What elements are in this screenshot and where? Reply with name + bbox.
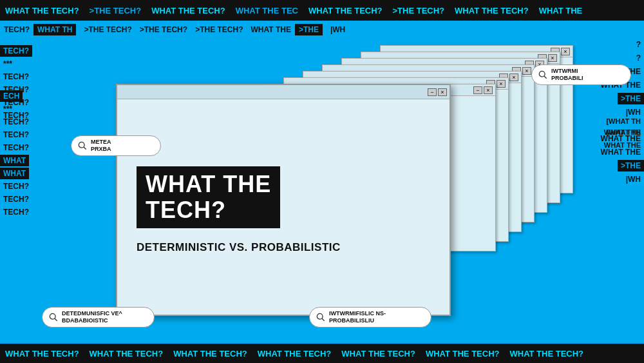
bg-r1-4: >THE TECH? bbox=[136, 25, 191, 34]
show-title-box: WHAT THE TECH? bbox=[137, 166, 280, 228]
bg-top-text-1: WHAT THE TECH? bbox=[0, 6, 84, 15]
svg-line-7 bbox=[322, 319, 324, 320]
close-button[interactable]: × bbox=[438, 88, 447, 96]
bg-right-5: >THE bbox=[618, 93, 644, 104]
search-top-right-l2: PROBABILI bbox=[551, 75, 583, 82]
bg-top-text-2: >THE TECH? bbox=[84, 6, 147, 15]
win-btn-close-8[interactable]: × bbox=[561, 48, 570, 55]
bg-left-b9: TECH? bbox=[0, 193, 71, 205]
search-bar-top-right[interactable]: IWTWRMI PROBABILI bbox=[531, 64, 631, 85]
svg-line-3 bbox=[84, 147, 86, 149]
bg-bot-6: WHAT THE TECH? bbox=[421, 349, 505, 358]
bg-r1-6: WHAT THE bbox=[247, 25, 294, 34]
bg-top-text-8: WHAT THE bbox=[534, 6, 588, 15]
title-line2: TECH? bbox=[146, 197, 271, 223]
svg-line-1 bbox=[544, 76, 546, 78]
bg-bot-5: WHAT THE TECH? bbox=[336, 349, 421, 358]
bg-r1-1: TECH? bbox=[0, 25, 33, 34]
search-bot-right-l2: PROBABILISLIU bbox=[329, 317, 386, 324]
bg-left-b1: ECH bbox=[0, 90, 23, 102]
search-icon-mid-left bbox=[78, 141, 87, 150]
bg-bot-1: WHAT THE TECH? bbox=[0, 349, 84, 358]
bg-right-2: ? bbox=[633, 52, 644, 64]
search-bot-left-l2: BDABABIOISTIC bbox=[62, 317, 122, 324]
bg-left-b2: *** bbox=[0, 103, 71, 115]
bg-left-b4: TECH? bbox=[0, 129, 71, 141]
bg-right-1: ? bbox=[633, 39, 644, 50]
bg-left-b7: WHAT bbox=[0, 168, 29, 179]
bg-right-10: |WH bbox=[623, 173, 644, 185]
window-content-main: WHAT THE TECH? DETERMINISTIC vs. PROBABI… bbox=[117, 99, 450, 315]
win-btn-close-4[interactable]: × bbox=[509, 74, 518, 81]
bg-bot-7: WHAT THE TECH? bbox=[504, 349, 589, 358]
window-titlebar-main: − × bbox=[117, 85, 450, 99]
bg-what-right-2: WHAT THE bbox=[604, 139, 641, 150]
search-text-mid-left: METEA PRXBA bbox=[91, 139, 111, 153]
bg-left-b10: TECH? bbox=[0, 206, 71, 218]
search-mid-left-l2: PRXBA bbox=[91, 146, 111, 153]
search-bar-mid-left[interactable]: METEA PRXBA bbox=[71, 135, 161, 156]
win-btn-close-2[interactable]: × bbox=[484, 86, 493, 94]
win-btn-min-2[interactable]: − bbox=[473, 86, 482, 94]
bg-left-b3: TECH? bbox=[0, 116, 71, 128]
bg-r1-5: >THE TECH? bbox=[191, 25, 247, 34]
bg-r1-8: |WH bbox=[327, 25, 349, 34]
episode-subtitle: DETERMINISTIC vs. PROBABILISTIC bbox=[137, 241, 341, 254]
svg-line-5 bbox=[55, 319, 57, 320]
bg-bot-4: WHAT THE TECH? bbox=[252, 349, 337, 358]
search-bar-bottom-left[interactable]: DETEDMUNISFIC ve^ BDABABIOISTIC bbox=[42, 307, 155, 328]
search-text-top-right: IWTWRMI PROBABILI bbox=[551, 68, 583, 82]
search-text-bottom-right: IWTWRMIFISLIC ns- PROBABILISLIU bbox=[329, 310, 386, 324]
bg-top-text-7: WHAT THE TECH? bbox=[450, 6, 534, 15]
bg-left-3: TECH? bbox=[0, 71, 71, 83]
win-btn-close-5[interactable]: × bbox=[522, 67, 531, 75]
bg-bot-3: WHAT THE TECH? bbox=[168, 349, 252, 358]
bg-left-b8: TECH? bbox=[0, 181, 71, 192]
search-icon-top-right bbox=[538, 70, 547, 79]
search-mid-left-l1: METEA bbox=[91, 139, 111, 146]
minimize-button[interactable]: − bbox=[428, 88, 437, 96]
main-window: − × WHAT THE TECH? DETERMINISTIC vs. PRO… bbox=[116, 84, 451, 316]
bg-top-text-6: >THE TECH? bbox=[388, 6, 450, 15]
bg-left-1: TECH? bbox=[0, 45, 32, 57]
bg-left-b6: WHAT bbox=[0, 155, 29, 166]
search-bot-right-l1: IWTWRMIFISLIC ns- bbox=[329, 310, 386, 317]
bg-left-b5: TECH? bbox=[0, 142, 71, 153]
search-top-right-l1: IWTWRMI bbox=[551, 68, 583, 75]
win-btn-close-3[interactable]: × bbox=[497, 80, 506, 88]
what-the-right: WHAT THE bbox=[604, 126, 641, 137]
bg-left-2: *** bbox=[0, 58, 71, 70]
bg-r1-7: >THE bbox=[295, 24, 323, 35]
search-bar-bottom-right[interactable]: IWTWRMIFISLIC ns- PROBABILISLIU bbox=[309, 307, 431, 328]
bg-top-text-3: WHAT THE TECH? bbox=[146, 6, 231, 15]
search-icon-bottom-right bbox=[316, 313, 325, 322]
title-line1: WHAT THE bbox=[146, 172, 271, 197]
win-btn-close-7[interactable]: × bbox=[548, 54, 557, 62]
bg-right-9: >THE bbox=[618, 160, 644, 172]
bg-top-text-5: WHAT THE TECH? bbox=[303, 6, 388, 15]
search-icon-bottom-left bbox=[49, 313, 58, 322]
search-text-bottom-left: DETEDMUNISFIC ve^ BDABABIOISTIC bbox=[62, 310, 122, 324]
bg-r1-2: WHAT TH bbox=[33, 24, 76, 35]
bg-bot-2: WHAT THE TECH? bbox=[84, 349, 169, 358]
search-bot-left-l1: DETEDMUNISFIC ve^ bbox=[62, 310, 122, 317]
bracket-what-the: [WHAT TH bbox=[606, 115, 641, 126]
bg-top-text-4: WHAT THE TEC bbox=[231, 5, 303, 17]
bg-r1-3: >THE TECH? bbox=[80, 25, 135, 34]
